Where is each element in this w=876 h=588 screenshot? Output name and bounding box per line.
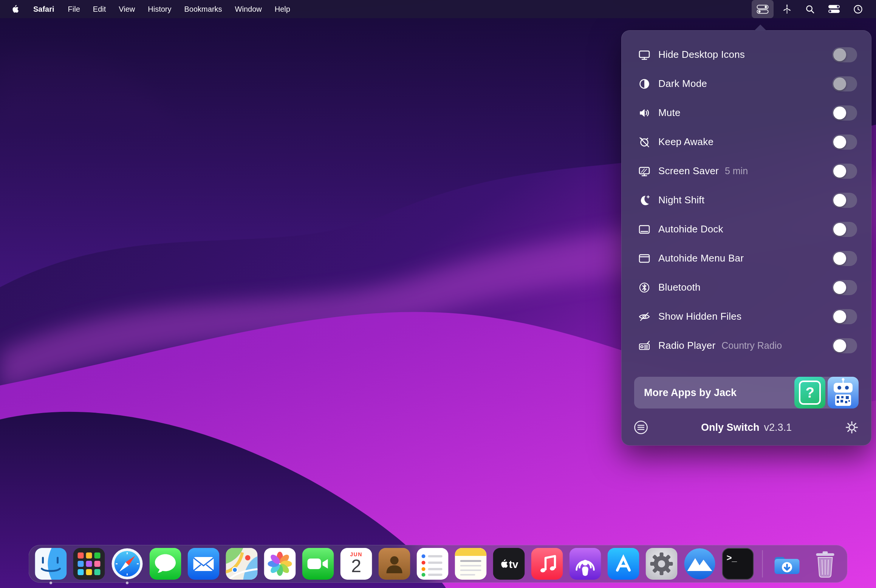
menu-bar: Safari File Edit View History Bookmarks …: [0, 0, 876, 18]
app-name: Only Switch: [701, 422, 760, 433]
spotlight-search-icon[interactable]: [800, 0, 820, 18]
panel-item-autohide-menu-bar: Autohide Menu Bar: [621, 244, 871, 273]
svg-text:>_: >_: [727, 552, 737, 563]
trash-dock-icon[interactable]: [809, 548, 841, 580]
panel-item-radio-player: Radio Player Country Radio: [621, 331, 871, 360]
control-center-icon[interactable]: [823, 0, 845, 18]
mute-toggle[interactable]: [832, 105, 857, 121]
panel-item-label: Show Hidden Files: [658, 311, 741, 322]
more-apps-banner[interactable]: More Apps by Jack ?: [634, 377, 859, 409]
autohide-dock-toggle[interactable]: [832, 222, 857, 237]
bluetooth-toggle[interactable]: [832, 280, 857, 295]
menu-help[interactable]: Help: [268, 0, 297, 18]
blue-mountain-app-dock-icon[interactable]: [684, 548, 716, 580]
panel-item-autohide-dock: Autohide Dock: [621, 215, 871, 244]
desktop: Safari File Edit View History Bookmarks …: [0, 0, 876, 588]
active-app-menu[interactable]: Safari: [26, 0, 62, 18]
dock-icon: [636, 223, 653, 236]
question-mark-icon: ?: [799, 381, 820, 405]
panel-item-night-shift: Night Shift: [621, 186, 871, 215]
terminal-dock-icon[interactable]: >_: [722, 548, 754, 580]
dock: JUN2 tv >_: [29, 545, 848, 583]
more-apps-tiles: ?: [794, 377, 859, 409]
app-store-dock-icon[interactable]: [608, 548, 639, 580]
apple-menu[interactable]: [0, 0, 26, 18]
launchpad-dock-icon[interactable]: [73, 548, 105, 580]
maps-dock-icon[interactable]: [226, 548, 258, 580]
panel-item-value: Country Radio: [721, 340, 782, 351]
toggle-knob: [833, 194, 846, 207]
gear-icon: [845, 420, 859, 435]
robot-app-button[interactable]: [828, 377, 859, 409]
toggle-knob: [833, 223, 846, 236]
panel-item-label: Mute: [658, 107, 681, 119]
system-preferences-dock-icon[interactable]: [646, 548, 678, 580]
panel-footer: Only Switchv2.3.1: [621, 416, 871, 439]
dark-mode-toggle[interactable]: [832, 76, 857, 91]
panel-item-dark-mode: Dark Mode: [621, 69, 871, 98]
only-switch-menu-icon[interactable]: [752, 0, 774, 18]
panel-item-label: Screen Saver: [658, 165, 719, 177]
menu-edit[interactable]: Edit: [87, 0, 112, 18]
panel-item-keep-awake: Keep Awake: [621, 127, 871, 156]
messages-dock-icon[interactable]: [150, 548, 181, 580]
toggle-knob: [833, 281, 846, 294]
finder-dock-icon[interactable]: [35, 548, 67, 580]
downloads-dock-icon[interactable]: [771, 548, 803, 580]
panel-item-label: Dark Mode: [658, 78, 707, 90]
turbine-icon[interactable]: [777, 0, 797, 18]
apple-tv-dock-icon[interactable]: tv: [493, 548, 525, 580]
toggle-knob: [833, 136, 846, 149]
panel-item-label: Autohide Menu Bar: [658, 252, 744, 264]
autohide-menu-bar-toggle[interactable]: [832, 251, 857, 266]
screen-saver-toggle[interactable]: [832, 164, 857, 179]
screen-saver-icon: [636, 164, 653, 178]
panel-item-label: Night Shift: [658, 194, 704, 206]
menu-bar-icon: [636, 252, 653, 265]
menu-view[interactable]: View: [112, 0, 141, 18]
hamburger-menu-button[interactable]: [633, 420, 649, 435]
show-hidden-files-toggle[interactable]: [832, 309, 857, 324]
panel-item-label: Hide Desktop Icons: [658, 49, 745, 60]
podcasts-dock-icon[interactable]: [570, 548, 601, 580]
radio-player-toggle[interactable]: [832, 338, 857, 353]
app-version: v2.3.1: [764, 422, 792, 433]
keep-awake-toggle[interactable]: [832, 135, 857, 150]
speaker-icon: [636, 106, 653, 120]
menu-window[interactable]: Window: [229, 0, 268, 18]
reminders-dock-icon[interactable]: [417, 548, 449, 580]
settings-button[interactable]: [843, 420, 860, 435]
panel-item-screen-saver: Screen Saver 5 min: [621, 156, 871, 186]
menu-history[interactable]: History: [141, 0, 178, 18]
hide-desktop-icons-toggle[interactable]: [832, 47, 857, 62]
robot-qr-icon: [828, 377, 859, 409]
more-apps-label: More Apps by Jack: [644, 387, 737, 399]
toggle-knob: [833, 107, 846, 119]
calendar-dock-icon[interactable]: JUN2: [340, 548, 372, 580]
bluetooth-icon: [636, 281, 653, 294]
dark-mode-icon: [636, 77, 653, 91]
hamburger-icon: [633, 420, 648, 435]
panel-item-value: 5 min: [725, 166, 748, 176]
menu-file[interactable]: File: [62, 0, 87, 18]
panel-item-label: Bluetooth: [658, 282, 701, 293]
photos-dock-icon[interactable]: [264, 548, 296, 580]
panel-item-label: Autohide Dock: [658, 223, 723, 235]
panel-item-bluetooth: Bluetooth: [621, 273, 871, 302]
mail-dock-icon[interactable]: [188, 548, 220, 580]
facetime-dock-icon[interactable]: [302, 548, 334, 580]
clock-icon[interactable]: [848, 0, 868, 18]
display-icon: [636, 48, 653, 62]
dock-separator: [762, 550, 763, 577]
safari-dock-icon[interactable]: [111, 548, 143, 580]
contacts-dock-icon[interactable]: [379, 548, 410, 580]
help-question-button[interactable]: ?: [794, 377, 825, 409]
toggle-knob: [833, 48, 846, 61]
night-shift-toggle[interactable]: [832, 193, 857, 208]
svg-text:2: 2: [351, 556, 361, 576]
music-dock-icon[interactable]: [531, 548, 563, 580]
menu-bookmarks[interactable]: Bookmarks: [178, 0, 229, 18]
notes-dock-icon[interactable]: [455, 548, 487, 580]
panel-item-label: Radio Player: [658, 340, 715, 351]
night-shift-icon: [636, 193, 653, 207]
